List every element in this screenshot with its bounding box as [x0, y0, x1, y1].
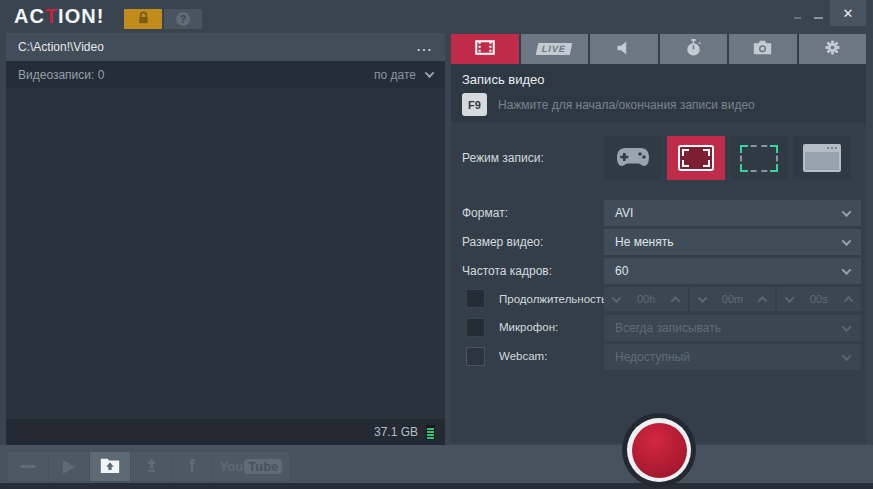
- recordings-count: Видеозаписи: 0: [18, 68, 374, 82]
- format-select[interactable]: AVI: [604, 200, 861, 226]
- video-size-row: Размер видео: Не менять: [451, 229, 866, 255]
- recordings-panel: C:\Action!\Video ... Видеозаписи: 0 по д…: [6, 33, 445, 445]
- record-mode-label: Режим записи:: [462, 151, 544, 165]
- microphone-value: Всегда записывать: [615, 321, 721, 335]
- increment-seconds-button[interactable]: [845, 296, 852, 303]
- hotkey-badge: F9: [462, 93, 487, 116]
- camera-icon: [753, 40, 772, 58]
- mode-region-button[interactable]: [730, 136, 788, 180]
- delete-recording-button[interactable]: [8, 452, 48, 481]
- record-button-ring: [627, 418, 691, 482]
- help-icon: ?: [176, 12, 190, 26]
- speaker-icon: [615, 40, 633, 59]
- video-size-value: Не менять: [615, 235, 673, 249]
- live-icon: LIVE: [536, 43, 573, 55]
- stopwatch-icon: [685, 39, 702, 60]
- hours-spinner: 00h: [604, 287, 688, 311]
- bottom-bar: f YouTube: [0, 445, 873, 483]
- action-window: ACTION! ? ✕ C:\Action!\Video ... Видеоза…: [0, 0, 873, 489]
- chevron-down-icon: [842, 322, 852, 332]
- microphone-checkbox[interactable]: [466, 318, 485, 337]
- microphone-select[interactable]: Всегда записывать: [604, 315, 861, 341]
- youtube-upload-button[interactable]: YouTube: [213, 452, 289, 481]
- minimize-tray-button[interactable]: [794, 17, 801, 19]
- record-icon: [632, 423, 687, 478]
- minus-icon: [21, 465, 35, 468]
- youtube-icon: You: [220, 459, 244, 474]
- tab-benchmark[interactable]: [660, 34, 728, 64]
- bottom-toolbar: f YouTube: [8, 452, 289, 481]
- sort-dropdown[interactable]: по дате: [374, 68, 433, 82]
- disk-space-bar: 37.1 GB: [6, 419, 445, 445]
- region-icon: [740, 145, 778, 172]
- format-row: Формат: AVI: [451, 200, 866, 226]
- chevron-down-icon: [842, 236, 852, 246]
- recordings-list: [6, 88, 445, 419]
- duration-checkbox[interactable]: [466, 289, 485, 308]
- output-path-bar: C:\Action!\Video ...: [6, 33, 445, 61]
- browse-folder-button[interactable]: ...: [417, 40, 433, 54]
- upload-icon: [143, 457, 160, 477]
- export-upload-button[interactable]: [131, 452, 171, 481]
- framerate-row: Частота кадров: 60: [451, 258, 866, 284]
- decrement-hours-button[interactable]: [613, 296, 620, 303]
- logo-part: AC: [14, 5, 45, 27]
- webcam-select[interactable]: Недоступный: [604, 344, 861, 370]
- mode-window-button[interactable]: [793, 136, 851, 180]
- tab-video-recording[interactable]: [451, 34, 519, 64]
- gamepad-icon: [616, 146, 650, 170]
- webcam-checkbox[interactable]: [466, 347, 485, 366]
- mode-fullscreen-button[interactable]: [667, 136, 725, 180]
- tab-audio[interactable]: [590, 34, 658, 64]
- sort-label: по дате: [374, 68, 416, 82]
- hours-value: 00h: [637, 293, 655, 305]
- window-bottom-edge: [0, 483, 873, 489]
- duration-label: Продолжительность:: [499, 293, 610, 305]
- minimize-button[interactable]: [814, 17, 823, 19]
- webcam-label: Webcam:: [499, 350, 547, 362]
- tab-settings[interactable]: [799, 34, 867, 64]
- tab-live-streaming[interactable]: LIVE: [521, 34, 589, 64]
- help-button[interactable]: ?: [164, 9, 202, 29]
- decrement-minutes-button[interactable]: [699, 296, 706, 303]
- titlebar: ACTION! ? ✕: [0, 0, 873, 32]
- decrement-seconds-button[interactable]: [786, 296, 793, 303]
- increment-hours-button[interactable]: [672, 296, 679, 303]
- video-size-label: Размер видео:: [462, 235, 543, 249]
- film-icon: [475, 40, 495, 58]
- close-icon: ✕: [843, 6, 854, 21]
- minutes-spinner: 00m: [690, 287, 774, 311]
- mode-games-button[interactable]: [604, 136, 662, 180]
- chevron-down-icon: [842, 351, 852, 361]
- chevron-down-icon: [842, 265, 852, 275]
- open-folder-button[interactable]: [90, 452, 130, 481]
- unlock-button[interactable]: [124, 9, 162, 29]
- seconds-value: 00s: [810, 293, 828, 305]
- duration-row: Продолжительность: 00h 00m 00s: [451, 287, 866, 311]
- chevron-down-icon: [842, 207, 852, 217]
- tab-bar: LIVE: [451, 34, 866, 64]
- folder-export-icon: [100, 457, 120, 477]
- facebook-share-button[interactable]: f: [172, 452, 212, 481]
- webcam-value: Недоступный: [615, 350, 690, 364]
- youtube-icon-badge: Tube: [244, 459, 282, 474]
- play-recording-button[interactable]: [49, 452, 89, 481]
- record-button[interactable]: [622, 413, 696, 487]
- webcam-row: Webcam: Недоступный: [451, 344, 866, 370]
- framerate-value: 60: [615, 264, 628, 278]
- tab-screenshots[interactable]: [729, 34, 797, 64]
- framerate-label: Частота кадров:: [462, 264, 552, 278]
- microphone-label: Микрофон:: [499, 321, 558, 333]
- framerate-select[interactable]: 60: [604, 258, 861, 284]
- video-size-select[interactable]: Не менять: [604, 229, 861, 255]
- increment-minutes-button[interactable]: [759, 296, 766, 303]
- lock-icon: [136, 10, 151, 28]
- logo-part: ION!: [58, 5, 104, 27]
- section-title: Запись видео: [462, 72, 544, 87]
- app-logo: ACTION!: [14, 5, 104, 28]
- close-button[interactable]: ✕: [830, 0, 866, 26]
- fullscreen-icon: [678, 145, 714, 171]
- duration-spinners: 00h 00m 00s: [604, 287, 861, 311]
- seconds-spinner: 00s: [777, 287, 861, 311]
- free-space-label: 37.1 GB: [374, 425, 418, 439]
